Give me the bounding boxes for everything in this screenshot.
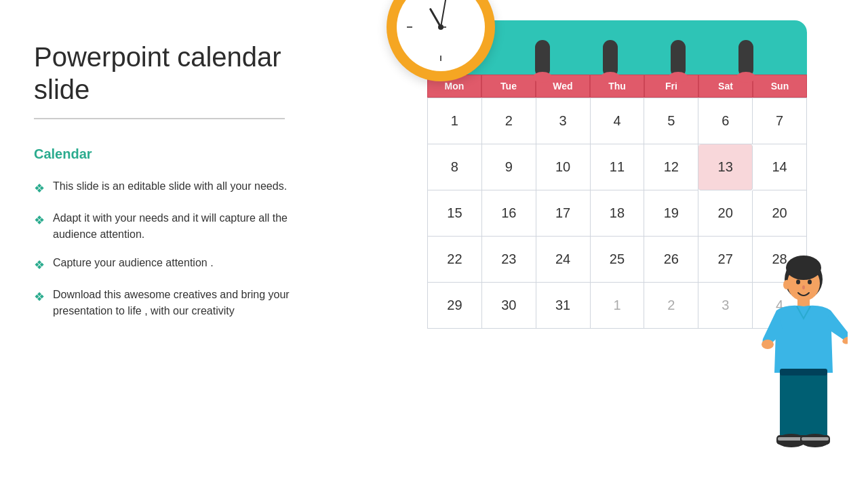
svg-point-3 <box>796 280 800 285</box>
right-panel: Mon Tue Wed Thu Fri Sat Sun 1 2 3 4 5 6 … <box>353 0 868 488</box>
bullet-diamond-4: ❖ <box>34 288 45 306</box>
person-illustration <box>760 251 848 474</box>
svg-rect-10 <box>780 371 804 439</box>
calendar-ring-2 <box>603 40 618 77</box>
slide-title: Powerpoint calendar slide <box>34 41 319 106</box>
table-row: 31 <box>536 283 591 329</box>
calendar-wrapper: Mon Tue Wed Thu Fri Sat Sun 1 2 3 4 5 6 … <box>427 75 807 329</box>
table-row: 27 <box>698 237 753 283</box>
slide: Powerpoint calendar slide Calendar ❖ Thi… <box>0 0 868 488</box>
clock-tick-6 <box>440 56 441 61</box>
table-row: 11 <box>591 144 645 190</box>
svg-point-6 <box>783 280 790 289</box>
table-row: 6 <box>698 98 753 144</box>
bullet-text-3: Capture your audience attention . <box>53 255 214 271</box>
table-row: 3 <box>698 283 753 329</box>
minute-hand <box>440 0 446 27</box>
list-item: ❖ Capture your audience attention . <box>34 255 319 274</box>
svg-rect-18 <box>780 369 827 375</box>
table-row: 1 <box>591 283 645 329</box>
table-row: 30 <box>482 283 536 329</box>
table-row: 7 <box>753 98 807 144</box>
svg-point-9 <box>762 340 774 349</box>
clock <box>387 0 495 81</box>
calendar-grid: 1 2 3 4 5 6 7 8 9 10 11 12 13 14 15 16 1… <box>427 98 807 329</box>
bullet-diamond-3: ❖ <box>34 256 45 274</box>
table-row-highlighted: 13 <box>698 144 753 190</box>
table-row: 26 <box>644 237 698 283</box>
bullet-text-2: Adapt it with your needs and it will cap… <box>53 210 319 243</box>
table-row: 4 <box>591 98 645 144</box>
svg-point-2 <box>786 256 821 280</box>
table-row: 19 <box>644 190 698 237</box>
person-svg <box>760 251 848 474</box>
clock-outer <box>387 0 495 81</box>
table-row: 20 <box>698 190 753 237</box>
table-row: 8 <box>428 144 482 190</box>
table-row: 23 <box>482 237 536 283</box>
list-item: ❖ Download this awesome creatives and br… <box>34 287 319 319</box>
table-row: 22 <box>428 237 482 283</box>
svg-point-5 <box>802 285 805 289</box>
table-row: 24 <box>536 237 591 283</box>
svg-point-4 <box>808 280 812 285</box>
table-row: 18 <box>591 190 645 237</box>
table-row: 9 <box>482 144 536 190</box>
bullet-diamond-1: ❖ <box>34 180 45 198</box>
header-sun: Sun <box>753 75 807 98</box>
list-item: ❖ Adapt it with your needs and it will c… <box>34 210 319 243</box>
table-row: 15 <box>428 190 482 237</box>
bullet-list: ❖ This slide is an editable slide with a… <box>34 178 319 319</box>
clock-tick-9 <box>407 26 412 28</box>
list-item: ❖ This slide is an editable slide with a… <box>34 178 319 198</box>
calendar-ring-4 <box>738 40 753 77</box>
table-row: 20 <box>753 190 807 237</box>
bullet-text-1: This slide is an editable slide with all… <box>53 178 287 195</box>
calendar-ring-3 <box>671 40 686 77</box>
section-label: Calendar <box>34 146 319 162</box>
table-row: 2 <box>482 98 536 144</box>
clock-face <box>397 0 485 71</box>
table-row: 3 <box>536 98 591 144</box>
bullet-diamond-2: ❖ <box>34 211 45 230</box>
left-panel: Powerpoint calendar slide Calendar ❖ Thi… <box>0 0 353 488</box>
table-row: 2 <box>644 283 698 329</box>
table-row: 1 <box>428 98 482 144</box>
table-row: 25 <box>591 237 645 283</box>
table-row: 12 <box>644 144 698 190</box>
table-row: 10 <box>536 144 591 190</box>
calendar-top-bar <box>427 20 807 75</box>
table-row: 17 <box>536 190 591 237</box>
svg-rect-17 <box>802 437 829 441</box>
table-row: 5 <box>644 98 698 144</box>
svg-rect-11 <box>804 371 827 439</box>
table-row: 29 <box>428 283 482 329</box>
title-divider <box>34 118 285 119</box>
bullet-text-4: Download this awesome creatives and brin… <box>53 287 319 319</box>
calendar-ring-1 <box>535 40 550 77</box>
table-row: 14 <box>753 144 807 190</box>
table-row: 16 <box>482 190 536 237</box>
clock-dot <box>438 24 443 30</box>
